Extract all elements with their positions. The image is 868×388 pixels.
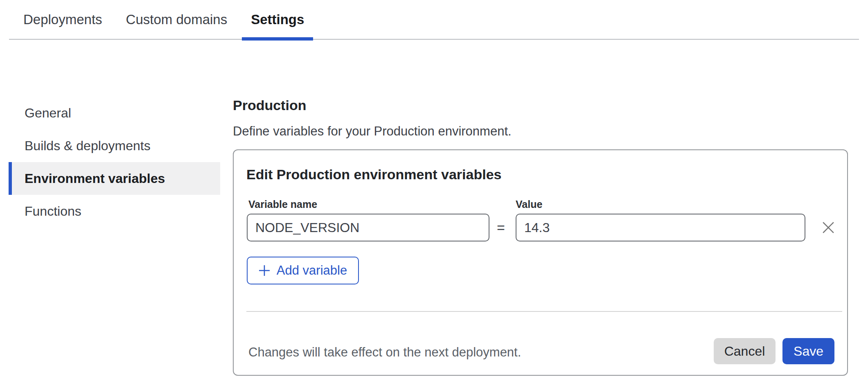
environment-variables-card: Edit Production environment variables Va… [233, 149, 848, 376]
equals-sign: = [494, 214, 508, 241]
variable-name-input[interactable] [247, 214, 489, 241]
tab-deployments[interactable]: Deployments [14, 0, 111, 39]
section-subtitle: Define variables for your Production env… [233, 124, 512, 139]
close-icon [822, 221, 834, 234]
section-title: Production [233, 97, 306, 113]
sidebar-item-general[interactable]: General [9, 97, 220, 129]
remove-variable-button[interactable] [818, 218, 838, 237]
variable-name-label: Variable name [248, 199, 317, 210]
add-variable-button[interactable]: Add variable [247, 257, 359, 284]
card-title: Edit Production environment variables [246, 167, 501, 183]
plus-icon [259, 265, 270, 276]
sidebar-item-functions[interactable]: Functions [9, 195, 220, 228]
save-button[interactable]: Save [782, 338, 834, 364]
card-divider [246, 311, 842, 312]
add-variable-label: Add variable [277, 263, 347, 278]
tab-settings[interactable]: Settings [242, 0, 313, 39]
cancel-button[interactable]: Cancel [714, 338, 776, 364]
variable-value-input[interactable] [516, 214, 805, 241]
tab-custom-domains[interactable]: Custom domains [117, 0, 237, 39]
tab-bar: Deployments Custom domains Settings [9, 0, 859, 40]
sidebar-item-environment-variables[interactable]: Environment variables [9, 162, 220, 195]
settings-sidenav: General Builds & deployments Environment… [9, 97, 220, 228]
deployment-note: Changes will take effect on the next dep… [248, 345, 521, 360]
value-label: Value [516, 199, 542, 210]
sidebar-item-builds-deployments[interactable]: Builds & deployments [9, 129, 220, 162]
